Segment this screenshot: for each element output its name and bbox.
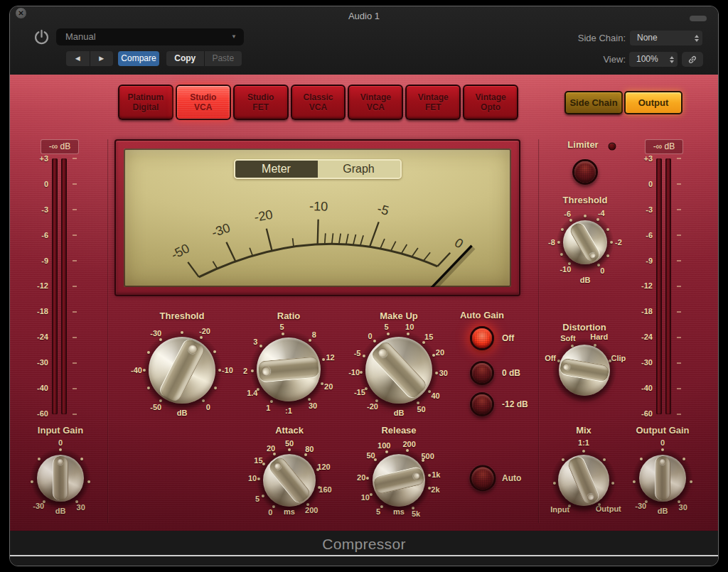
next-preset-button[interactable]: ▶ [90,51,114,66]
knob-scale-label: 1k [432,470,440,479]
model-button-platinum-digital[interactable]: PlatinumDigital [118,85,173,120]
meter-graph-toggle: Meter Graph [234,159,402,179]
circuit-type-selector: PlatinumDigitalStudioVCAStudioFETClassic… [118,85,518,120]
input_gain-title: Input Gain [38,425,83,436]
knob-scale-label: 0 [268,508,272,517]
meter-bar [665,158,671,414]
model-button-studio-fet[interactable]: StudioFET [233,85,289,120]
knob-scale-label: 5 [376,507,380,516]
knob-control[interactable] [257,338,321,401]
meter-scale-label: +3 [643,155,653,163]
limiter-led [609,143,616,151]
preset-dropdown[interactable]: Manual ▼ [56,28,244,45]
paste-button[interactable]: Paste [205,51,242,66]
output-meter-readout: -∞ dB [645,139,683,154]
knob-pointer [137,325,227,415]
model-button-classic-vca[interactable]: ClassicVCA [291,85,346,120]
model-button-line2: VCA [309,102,327,112]
model-button-line1: Studio [247,92,274,102]
model-button-line1: Classic [303,92,333,102]
meter-tick [677,158,681,159]
model-button-vintage-fet[interactable]: VintageFET [405,85,461,120]
output-level-meter: +30-3-6-9-12-18-24-30-40-60 [634,155,684,418]
knob-control[interactable] [373,454,425,507]
prev-preset-button[interactable]: ◀ [66,51,90,66]
copy-paste-group: Copy Paste [166,51,242,66]
meter-scale-label: +3 [39,155,48,163]
meter-tick [73,260,77,261]
auto-gain-0db-button[interactable] [470,361,494,385]
model-button-studio-vca[interactable]: StudioVCA [176,85,231,120]
model-button-vintage-opto[interactable]: VintageOpto [463,85,518,120]
knob-control[interactable] [558,455,609,506]
view-label: View: [550,54,626,65]
knob-scale-label: -5 [354,349,361,357]
meter-scale-label: -30 [641,359,653,367]
knob-control[interactable] [149,337,215,404]
knob-control[interactable] [263,454,316,507]
meter-tick [677,234,681,236]
meter-bar [52,158,58,414]
window-drag-pill[interactable] [690,16,707,21]
knob-scale-label: 0 [206,403,210,411]
meter-scale-label: -18 [641,308,653,315]
knob-scale-label: 40 [431,392,439,400]
meter-scale-label: -24 [641,333,653,341]
ratio-title: Ratio [277,311,301,321]
attack-title: Attack [275,425,304,436]
limiter-button[interactable] [572,159,598,185]
knob-scale-label: 50 [285,439,294,448]
knob-scale-label: 15 [424,333,433,341]
view-select[interactable]: 100% [629,52,678,67]
plugin-name: Compressor [10,536,718,553]
model-button-vintage-vca[interactable]: VintageVCA [348,85,403,120]
compare-button[interactable]: Compare [118,51,159,66]
vu-scale-label: 0 [452,235,466,251]
meter-scale-label: -40 [37,384,48,392]
meter-tick [677,286,681,287]
auto-gain-minus12db-button[interactable] [470,392,494,416]
tab-graph[interactable]: Graph [318,161,400,178]
meter-tick [73,337,77,338]
output-view-button[interactable]: Output [624,91,682,114]
close-icon[interactable]: ✕ [15,7,27,19]
model-button-line2: VCA [194,102,212,112]
knob-scale-label: 30 [77,503,85,512]
knob-scale-label: 1:1 [578,438,589,447]
meter-tick [73,311,77,313]
auto-gain-off-button[interactable] [470,326,494,350]
meter-scale-label: -60 [37,410,48,418]
knob-pointer [639,455,686,502]
meter-tick [677,362,681,364]
vu-scale-label: -5 [375,201,390,217]
knob-scale-label: 2 [243,367,247,375]
meter-scale-label: -6 [646,232,653,239]
link-icon[interactable] [682,52,703,67]
meter-scale-label: -12 [641,282,653,290]
knob-unit-label: ms [393,507,405,516]
compressor-faceplate: PlatinumDigitalStudioVCAStudioFETClassic… [10,75,718,532]
knob-control[interactable] [559,345,610,396]
copy-button[interactable]: Copy [166,51,205,66]
knob-scale-label: 1 [266,404,270,412]
knob-scale-label: 5 [279,323,284,331]
side-chain-select[interactable]: None [630,31,702,45]
model-button-line1: Studio [190,92,216,102]
side-chain-view-button[interactable]: Side Chain [564,91,623,114]
power-button[interactable] [32,28,51,47]
meter-scale-label: -3 [41,206,48,214]
knob-control[interactable] [639,455,686,502]
knob-scale-label: 20 [436,348,444,357]
auto-release-button[interactable] [470,465,496,492]
tab-meter[interactable]: Meter [235,161,318,178]
knob-control[interactable] [37,455,84,502]
knob-control[interactable] [563,220,607,264]
knob-control[interactable] [365,337,432,404]
knob-scale-label: 10 [248,474,257,482]
knob-scale-label: -6 [564,210,571,218]
model-button-line2: FET [425,102,441,112]
meter-tick [677,388,681,389]
meter-tick-marks [73,158,77,415]
knob-pointer-band [567,455,601,506]
limiter_threshold-title: Threshold [563,195,608,205]
